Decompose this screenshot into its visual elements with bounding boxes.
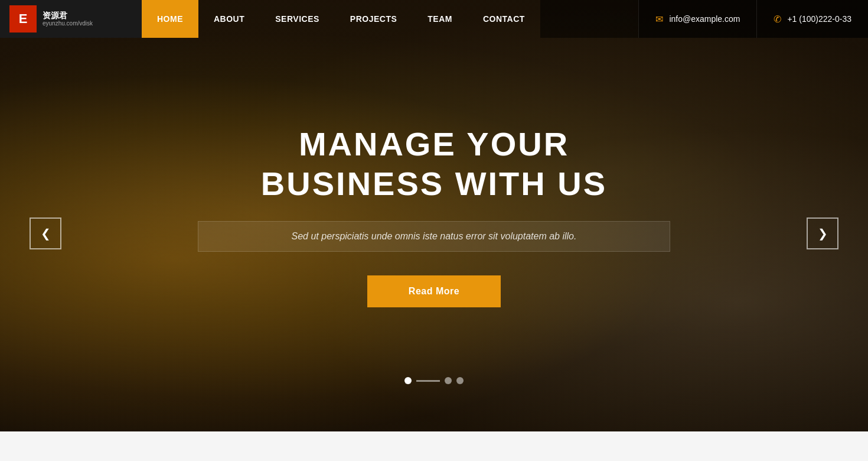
logo-text: 资源君 eyunzhu.com/vdisk xyxy=(43,11,93,27)
carousel-dot-2[interactable] xyxy=(416,380,440,382)
hero-content: MANAGE YOUR BUSINESS WITH US Sed ut pers… xyxy=(0,124,868,307)
hero-section: E 资源君 eyunzhu.com/vdisk HOME ABOUT SERVI… xyxy=(0,0,868,431)
nav-item-services[interactable]: SERVICES xyxy=(260,0,335,38)
nav-links: HOME ABOUT SERVICES PROJECTS TEAM CONTAC… xyxy=(142,0,540,38)
navbar: E 资源君 eyunzhu.com/vdisk HOME ABOUT SERVI… xyxy=(0,0,868,38)
email-icon: ✉ xyxy=(655,14,663,25)
email-text: info@example.com xyxy=(669,14,740,24)
nav-phone: ✆ +1 (100)222-0-33 xyxy=(756,0,868,38)
nav-contact-info: ✉ info@example.com ✆ +1 (100)222-0-33 xyxy=(638,0,868,38)
nav-item-about[interactable]: ABOUT xyxy=(198,0,260,38)
hero-title-line1: MANAGE YOUR xyxy=(299,125,569,163)
nav-spacer xyxy=(540,0,639,38)
carousel-prev-button[interactable]: ❮ xyxy=(30,217,61,249)
bottom-strip xyxy=(0,431,868,461)
hero-subtitle-text: Sed ut perspiciatis unde omnis iste natu… xyxy=(198,221,670,252)
logo-icon: E xyxy=(9,5,37,33)
brand-name: 资源君 xyxy=(43,11,93,20)
nav-item-team[interactable]: TEAM xyxy=(412,0,468,38)
hero-title-line2: BUSINESS WITH US xyxy=(261,165,607,202)
read-more-button[interactable]: Read More xyxy=(367,275,501,307)
phone-text: +1 (100)222-0-33 xyxy=(787,14,851,24)
nav-item-projects[interactable]: PROJECTS xyxy=(335,0,412,38)
nav-email: ✉ info@example.com xyxy=(638,0,756,38)
nav-item-home[interactable]: HOME xyxy=(142,0,198,38)
phone-icon: ✆ xyxy=(774,14,781,25)
hero-subtitle: Sed ut perspiciatis unde omnis iste natu… xyxy=(118,221,750,275)
hero-title: MANAGE YOUR BUSINESS WITH US xyxy=(118,124,750,203)
logo-area: E 资源君 eyunzhu.com/vdisk xyxy=(0,0,142,38)
carousel-dot-3[interactable] xyxy=(445,377,452,384)
carousel-dot-4[interactable] xyxy=(456,377,464,384)
carousel-next-button[interactable]: ❯ xyxy=(807,217,838,249)
brand-sub: eyunzhu.com/vdisk xyxy=(43,20,93,27)
nav-item-contact[interactable]: CONTACT xyxy=(468,0,540,38)
carousel-dot-1[interactable] xyxy=(404,377,412,384)
carousel-dots xyxy=(404,377,464,384)
